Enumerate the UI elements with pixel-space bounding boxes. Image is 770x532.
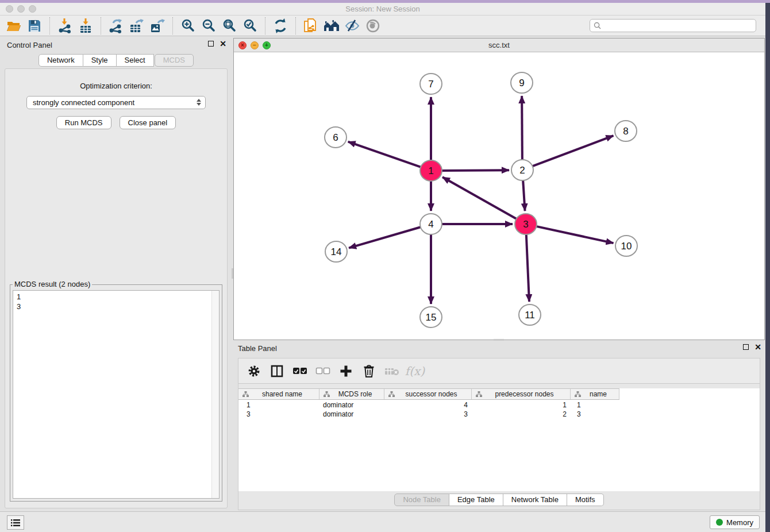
run-mcds-button[interactable]: Run MCDS (56, 116, 111, 129)
table-tab-motifs[interactable]: Motifs (567, 494, 604, 506)
table-tab-node-table[interactable]: Node Table (394, 494, 449, 506)
table-row[interactable]: 1dominator411 (238, 401, 619, 410)
edge-2-8[interactable] (532, 136, 614, 167)
search-input[interactable] (603, 22, 752, 30)
table-cell[interactable]: 3 (384, 410, 472, 419)
memory-status-dot (716, 519, 723, 526)
float-panel-icon[interactable] (743, 344, 749, 350)
graph-node-10[interactable]: 10 (615, 236, 637, 256)
edge-3-1[interactable] (442, 177, 517, 219)
table-cell[interactable]: dominator (319, 410, 384, 419)
mcds-result-list[interactable]: 1 3 (13, 290, 220, 499)
column-header-mcds-role[interactable]: MCDS role (319, 389, 384, 399)
export-table-button[interactable] (126, 17, 147, 35)
control-panel-tab-mcds[interactable]: MCDS (155, 54, 194, 67)
import-network-button[interactable] (55, 17, 75, 35)
network-canvas[interactable]: 7968124314101511 (234, 52, 764, 340)
close-panel-icon[interactable]: ✕ (220, 41, 226, 47)
graph-node-8[interactable]: 8 (615, 121, 637, 141)
home-button[interactable] (321, 17, 342, 35)
table-cell[interactable]: 1 (472, 401, 571, 410)
table-settings-button[interactable] (244, 361, 264, 381)
table-tab-edge-table[interactable]: Edge Table (449, 494, 503, 506)
table-tab-network-table[interactable]: Network Table (503, 494, 567, 506)
edge-1-2[interactable] (441, 170, 509, 171)
export-table-icon (129, 18, 144, 33)
column-header-name[interactable]: name (571, 389, 619, 399)
control-panel-tabs: NetworkStyleSelectMCDS (2, 54, 230, 67)
graph-node-14[interactable]: 14 (325, 241, 347, 262)
task-history-button[interactable] (7, 515, 24, 530)
table-row[interactable]: 3dominator323 (238, 410, 619, 419)
zoom-selected-button[interactable] (240, 17, 260, 35)
search-box[interactable] (590, 19, 756, 32)
export-image-button[interactable] (147, 17, 168, 35)
optimization-criterion-label: Optimization criterion: (5, 82, 227, 90)
table-cell[interactable]: 3 (238, 410, 319, 419)
node-label: 4 (428, 219, 433, 230)
plus-icon (340, 365, 352, 377)
select-stepper-icon (197, 99, 201, 106)
node-table[interactable]: shared nameMCDS rolesuccessor nodesprede… (238, 388, 760, 491)
result-scrollbar[interactable] (211, 291, 219, 498)
duplicate-network-button[interactable] (301, 17, 321, 35)
open-session-button[interactable] (3, 17, 24, 35)
control-panel-tab-select[interactable]: Select (117, 54, 154, 67)
splitter-handle[interactable] (232, 268, 233, 279)
table-cell[interactable]: 2 (472, 410, 571, 419)
control-panel-tab-style[interactable]: Style (83, 54, 117, 67)
create-column-button[interactable] (336, 361, 356, 381)
refresh-view-button[interactable] (270, 17, 291, 35)
table-cell[interactable]: 4 (384, 401, 472, 410)
table-cell[interactable]: 1 (571, 401, 619, 410)
eye-slash-icon (344, 19, 360, 33)
window-title: Session: New Session (0, 5, 765, 13)
column-header-successor-nodes[interactable]: successor nodes (384, 389, 472, 399)
column-header-predecessor-nodes[interactable]: predecessor nodes (472, 389, 571, 399)
zoom-fit-button[interactable] (219, 17, 240, 35)
graph-node-1[interactable]: 1 (420, 160, 442, 181)
close-panel-button[interactable]: Close panel (120, 116, 176, 129)
optimization-criterion-select[interactable]: strongly connected component (26, 96, 206, 109)
hide-selection-button[interactable] (342, 17, 363, 35)
splitter-handle[interactable] (494, 339, 504, 341)
graph-node-3[interactable]: 3 (515, 214, 537, 234)
graph-node-9[interactable]: 9 (511, 72, 533, 93)
graph-node-15[interactable]: 15 (420, 307, 442, 327)
home-houses-icon (323, 19, 340, 33)
unselect-all-columns-button[interactable] (313, 361, 333, 381)
delete-columns-button[interactable] (359, 361, 379, 381)
graph-node-4[interactable]: 4 (420, 214, 442, 234)
graph-node-11[interactable]: 11 (519, 304, 541, 325)
node-label: 10 (621, 241, 632, 252)
float-panel-icon[interactable] (208, 41, 214, 47)
edge-3-10[interactable] (536, 226, 614, 244)
table-cell[interactable]: 3 (571, 410, 619, 419)
select-all-columns-button[interactable] (290, 361, 310, 381)
edge-4-14[interactable] (349, 227, 422, 248)
zoom-out-button[interactable] (198, 17, 219, 35)
show-selection-button[interactable] (363, 17, 383, 35)
graph-node-2[interactable]: 2 (511, 160, 533, 180)
show-columns-button[interactable] (267, 361, 287, 381)
control-panel: Control Panel ✕ NetworkStyleSelectMCDS O… (2, 38, 230, 510)
table-cell[interactable]: dominator (319, 401, 384, 410)
export-network-icon (109, 18, 124, 33)
graph-node-7[interactable]: 7 (420, 74, 442, 94)
table-cell[interactable]: 1 (238, 401, 319, 410)
edge-1-6[interactable] (348, 142, 422, 168)
zoom-in-button[interactable] (178, 17, 198, 35)
column-header-shared-name[interactable]: shared name (238, 389, 319, 399)
control-panel-tab-network[interactable]: Network (38, 54, 83, 67)
graph-node-6[interactable]: 6 (325, 127, 346, 148)
function-builder-button[interactable]: f(x) (405, 361, 425, 381)
close-panel-icon[interactable]: ✕ (754, 344, 761, 350)
delete-table-button[interactable] (382, 361, 402, 381)
edge-2-9[interactable] (522, 96, 522, 160)
edge-2-3[interactable] (523, 180, 525, 211)
memory-button[interactable]: Memory (710, 515, 760, 529)
import-table-button[interactable] (75, 17, 96, 35)
export-network-button[interactable] (106, 17, 126, 35)
edge-3-11[interactable] (526, 234, 529, 302)
save-session-button[interactable] (24, 17, 45, 35)
